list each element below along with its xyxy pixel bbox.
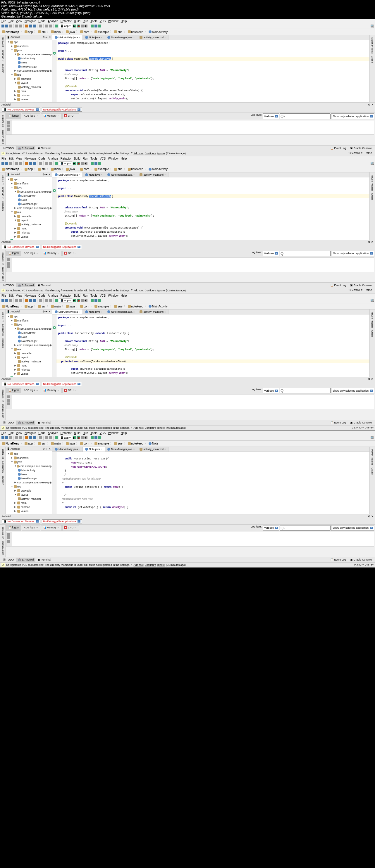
menu-view[interactable]: View <box>16 20 22 23</box>
tab-mainactivity[interactable]: MainActivity.java × <box>52 447 83 452</box>
restart-icon[interactable] <box>7 533 10 536</box>
menu-edit[interactable]: Edit <box>8 431 13 435</box>
tab-gradle[interactable]: Gradle <box>370 466 374 476</box>
menu-run[interactable]: Run <box>83 157 88 160</box>
bc-java[interactable]: java <box>66 30 75 34</box>
run-icon[interactable]: ▶ <box>73 299 76 302</box>
make-icon[interactable] <box>55 162 58 165</box>
sync-icon[interactable] <box>9 162 12 165</box>
scroll-icon[interactable] <box>7 540 10 543</box>
tab-cpu[interactable]: ■ CPU → <box>62 251 79 256</box>
restart-icon[interactable] <box>7 121 10 124</box>
tab-activity-main-xml[interactable]: activity_main.xml × <box>137 35 168 40</box>
menu-navigate[interactable]: Navigate <box>25 157 36 160</box>
tab-todo[interactable]: ☑ TODO <box>1 146 16 150</box>
bc-main[interactable]: main <box>51 30 61 34</box>
menu-help[interactable]: Help <box>121 20 127 23</box>
tab-captures[interactable]: Captures <box>1 475 5 486</box>
run-icon[interactable]: ▶ <box>73 162 76 165</box>
bc-notekeep[interactable]: NoteKeep <box>2 30 19 34</box>
menu-build[interactable]: Build <box>74 294 81 297</box>
menu-view[interactable]: View <box>16 157 22 160</box>
log-search-input[interactable] <box>280 114 330 119</box>
menu-code[interactable]: Code <box>38 20 45 23</box>
sdk-icon[interactable] <box>94 162 97 165</box>
tab-note[interactable]: Note.java × <box>83 35 105 40</box>
tab-notemanager[interactable]: NoteManager.java × <box>105 310 138 314</box>
attach-icon[interactable] <box>81 25 84 28</box>
tab-cpu[interactable]: ■ CPU → <box>62 114 79 119</box>
cut-icon[interactable] <box>25 25 28 28</box>
bc-example[interactable]: example <box>94 305 109 308</box>
redo-icon[interactable] <box>19 436 22 439</box>
filter-dropdown[interactable]: Show only selected application ▾ <box>331 114 374 119</box>
clear-icon[interactable] <box>7 536 10 539</box>
tab-project[interactable]: 1: Project <box>1 36 5 49</box>
tab-structure[interactable]: 7: Structure <box>1 323 5 337</box>
apps-dropdown[interactable]: No Debuggable Applications ▾ <box>42 519 82 523</box>
code-editor[interactable]: public Note(String noteText){ note=noteT… <box>52 452 370 514</box>
avd-icon[interactable] <box>91 299 94 302</box>
bc-java[interactable]: java <box>66 305 75 308</box>
menu-edit[interactable]: Edit <box>8 294 13 297</box>
menu-help[interactable]: Help <box>121 294 127 297</box>
restart-icon[interactable] <box>7 396 10 398</box>
menu-run[interactable]: Run <box>83 431 88 435</box>
tab-gradle-console[interactable]: ▣ Gradle Console <box>348 283 374 287</box>
make-icon[interactable] <box>55 299 58 302</box>
tab-gradle-console[interactable]: ▣ Gradle Console <box>348 146 374 150</box>
undo-icon[interactable] <box>15 299 18 302</box>
menu-file[interactable]: File <box>1 294 6 297</box>
menu-navigate[interactable]: Navigate <box>25 20 36 23</box>
link-ignore[interactable]: Ignore <box>157 563 165 566</box>
loglevel-dropdown[interactable]: Verbose ▾ <box>263 388 279 393</box>
debug-icon[interactable]: 🐞 <box>77 162 80 165</box>
bc-notekeep-pkg[interactable]: notekeep <box>128 30 143 34</box>
search-icon[interactable]: 🔍 <box>371 299 374 302</box>
link-configure[interactable]: Configure <box>145 563 156 566</box>
bc-notekeep[interactable]: NoteKeep <box>2 167 19 171</box>
bc-class[interactable]: MainActivity <box>149 167 168 171</box>
stop-icon[interactable]: ■ <box>85 162 87 165</box>
devices-dropdown[interactable]: 📱 No Connected Devices ▾ <box>2 519 40 523</box>
menu-window[interactable]: Window <box>108 20 118 23</box>
tab-captures[interactable]: Captures <box>1 63 5 74</box>
panel-tools[interactable]: ⚙ ⬌ ✕ <box>42 310 51 313</box>
tab-project[interactable]: 1: Project <box>1 311 5 323</box>
apps-dropdown[interactable]: No Debuggable Applications ▾ <box>42 107 82 112</box>
menu-code[interactable]: Code <box>38 431 45 435</box>
save-icon[interactable] <box>5 436 8 439</box>
tab-project[interactable]: 1: Project <box>1 448 5 460</box>
tab-adb[interactable]: ADB logs → <box>22 388 40 393</box>
link-add-root[interactable]: Add root <box>134 289 144 292</box>
menu-file[interactable]: File <box>1 20 6 23</box>
tab-mainactivity[interactable]: MainActivity.java × <box>52 173 83 177</box>
tab-eventlog[interactable]: 📋 Event Log <box>328 283 348 287</box>
bc-sue[interactable]: sue <box>114 167 122 171</box>
panel-tools[interactable]: ⚙ ⬌ ✕ <box>42 36 51 38</box>
tab-todo[interactable]: ☑ TODO <box>1 558 16 562</box>
bc-com[interactable]: com <box>80 30 89 34</box>
paste-icon[interactable] <box>33 299 36 302</box>
clear-icon[interactable] <box>7 262 10 265</box>
menu-tools[interactable]: Tools <box>90 157 97 160</box>
menubar[interactable]: FileEditViewNavigateCodeAnalyzeRefactorB… <box>0 293 375 298</box>
menu-build[interactable]: Build <box>74 20 81 23</box>
menu-analyze[interactable]: Analyze <box>48 157 58 160</box>
attach-icon[interactable] <box>81 299 84 302</box>
tab-terminal[interactable]: ▣ Terminal <box>36 558 53 562</box>
menu-refactor[interactable]: Refactor <box>61 20 72 23</box>
tab-memory[interactable]: 📊 Memory → <box>41 114 62 119</box>
bc-com[interactable]: com <box>80 305 89 308</box>
panel-tools[interactable]: ⚙ ⬌ ✕ <box>42 447 51 451</box>
menu-build[interactable]: Build <box>74 157 81 160</box>
tab-note[interactable]: Note.java × <box>83 173 105 177</box>
tab-eventlog[interactable]: 📋 Event Log <box>328 558 348 562</box>
save-icon[interactable] <box>5 299 8 302</box>
android-tools[interactable]: ⚙ ✕ <box>368 241 374 243</box>
tab-eventlog[interactable]: 📋 Event Log <box>328 146 348 150</box>
sync-icon[interactable] <box>9 436 12 439</box>
tab-structure[interactable]: 7: Structure <box>1 186 5 200</box>
menu-vcs[interactable]: VCS <box>100 431 106 435</box>
debug-icon[interactable]: 🐞 <box>77 299 80 302</box>
